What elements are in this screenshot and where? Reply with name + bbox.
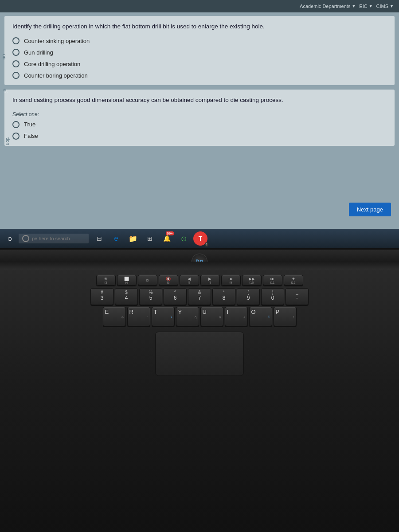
key-5[interactable]: % 5 <box>139 288 162 305</box>
touchpad[interactable] <box>155 332 244 376</box>
radio-core-drilling[interactable] <box>12 60 20 67</box>
f4-key[interactable]: ⬜ f4 <box>117 275 137 286</box>
t-badge: 4 <box>205 243 208 246</box>
sidebar-text-2: of <box>0 89 8 93</box>
t-app-icon[interactable]: T 4 <box>192 231 208 246</box>
key-4[interactable]: $ 4 <box>115 288 138 305</box>
notification-icon[interactable]: 🔔 99+ <box>159 231 175 246</box>
fn-key-row: ✳ f3 ⬜ f4 f5 🔇 f6 ◀ f7 ▶ f8 ⏮ f9 ▶▶ f10 <box>92 275 308 286</box>
sidebar-text: on <box>0 53 8 60</box>
key-u[interactable]: U ü <box>200 307 223 326</box>
key-t[interactable]: T y <box>152 307 175 326</box>
question-1-card: Identify the drilling operation in which… <box>4 16 395 85</box>
question-1-options: Counter sinking operation Gun drilling C… <box>12 37 387 79</box>
task-view-icon[interactable]: ⊟ <box>91 231 107 246</box>
key-8[interactable]: * 8 <box>212 288 235 305</box>
select-one-label: Select one: <box>12 111 387 117</box>
option-counter-boring[interactable]: Counter boring operation <box>12 72 387 79</box>
key-r[interactable]: R ŗ <box>127 307 150 326</box>
f8-key[interactable]: ▶ f8 <box>200 275 220 286</box>
next-page-button[interactable]: Next page <box>349 203 391 216</box>
eic-label: EIC ▼ <box>359 4 372 9</box>
key-i[interactable]: I + <box>225 307 248 326</box>
radio-counter-boring[interactable] <box>12 72 20 79</box>
option-gun-drilling[interactable]: Gun drilling <box>12 49 387 56</box>
option-true[interactable]: True <box>12 121 387 128</box>
f7-key[interactable]: ◀ f7 <box>180 275 199 286</box>
f5-key[interactable]: f5 <box>138 275 157 286</box>
f9-key[interactable]: ⏮ f9 <box>221 275 241 286</box>
f10-key[interactable]: ▶▶ f10 <box>242 275 262 286</box>
radio-gun-drilling[interactable] <box>12 49 20 56</box>
search-input[interactable] <box>32 236 85 241</box>
dept-label: Academic Departments ▼ <box>300 4 356 9</box>
f12-key[interactable]: ✈ f12 <box>284 275 303 286</box>
key-y[interactable]: Y ğ <box>176 307 199 326</box>
file-manager-icon[interactable]: 📁 <box>125 231 141 246</box>
radio-false[interactable] <box>12 133 20 140</box>
app-grid-icon[interactable]: ⊞ <box>142 231 158 246</box>
key-e[interactable]: E ə <box>103 307 126 326</box>
num-key-row: # 3 $ 4 % 5 ^ 6 & 7 * 8 ( 9 ) 0 <box>90 288 309 305</box>
t-icon-circle: T 4 <box>193 231 207 246</box>
keyboard-area: ✳ f3 ⬜ f4 f5 🔇 f6 ◀ f7 ▶ f8 ⏮ f9 ▶▶ f10 <box>0 270 399 532</box>
top-bar: Academic Departments ▼ EIC ▼ CIMS ▼ <box>0 0 399 12</box>
taskbar: ○ ⊟ e 📁 ⊞ 🔔 99+ ⊙ T 4 <box>0 229 399 248</box>
question-2-card: In sand casting process good dimensional… <box>4 90 395 145</box>
alpha-row-1: E ə R ŗ T y Y ğ U ü I + O x P ! <box>103 307 297 326</box>
search-circle-icon <box>22 235 29 242</box>
question-1-text: Identify the drilling operation in which… <box>12 22 387 31</box>
key-minus[interactable]: _ - <box>286 288 309 305</box>
key-7[interactable]: & 7 <box>188 288 211 305</box>
question-2-text: In sand casting process good dimensional… <box>12 96 387 105</box>
radio-counter-sinking[interactable] <box>12 37 20 44</box>
option-core-drilling[interactable]: Core drilling operation <box>12 60 387 67</box>
option-false[interactable]: False <box>12 133 387 140</box>
key-o[interactable]: O x <box>249 307 272 326</box>
edge-icon[interactable]: e <box>108 231 124 246</box>
windows-button[interactable]: ○ <box>2 231 18 246</box>
badge-count: 99+ <box>166 231 174 235</box>
laptop-hinge <box>0 262 399 270</box>
sidebar-text-3: tion <box>0 137 11 145</box>
f3-key[interactable]: ✳ f3 <box>96 275 116 286</box>
chrome-icon[interactable]: ⊙ <box>176 231 192 246</box>
cims-label: CIMS ▼ <box>376 4 394 9</box>
key-3[interactable]: # 3 <box>90 288 113 305</box>
question-2-options: True False <box>12 121 387 140</box>
content-area: on of tion Identify the drilling operati… <box>0 12 399 248</box>
taskbar-search[interactable] <box>19 234 89 243</box>
key-p[interactable]: P ! <box>274 307 297 326</box>
key-9[interactable]: ( 9 <box>237 288 260 305</box>
key-0[interactable]: ) 0 <box>261 288 284 305</box>
option-counter-sinking[interactable]: Counter sinking operation <box>12 37 387 44</box>
f11-key[interactable]: ⏭ f11 <box>263 275 282 286</box>
radio-true[interactable] <box>12 121 20 128</box>
f6-key[interactable]: 🔇 f6 <box>159 275 178 286</box>
key-6[interactable]: ^ 6 <box>164 288 187 305</box>
